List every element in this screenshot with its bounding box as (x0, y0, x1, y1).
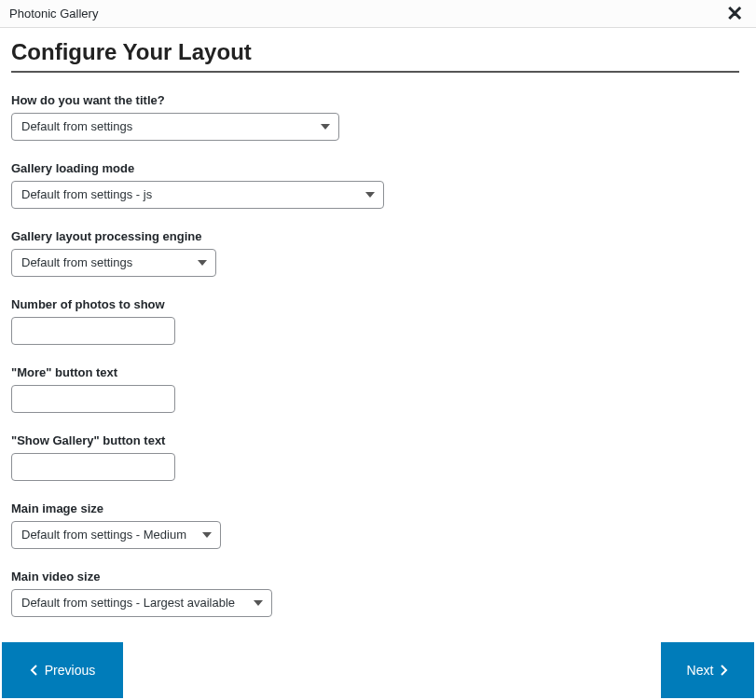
previous-label: Previous (45, 663, 95, 678)
footer-nav: Previous Next (0, 640, 756, 700)
field-main-video-size: Main video size Default from settings - … (11, 570, 739, 617)
field-title-position: How do you want the title? Default from … (11, 93, 739, 141)
label-photo-count: Number of photos to show (11, 297, 739, 311)
modal-header: Photonic Gallery ✕ (0, 0, 756, 28)
chevron-left-icon (30, 665, 37, 676)
field-show-gallery-text: "Show Gallery" button text (11, 433, 739, 481)
field-loading-mode: Gallery loading mode Default from settin… (11, 161, 739, 209)
select-main-video-size[interactable]: Default from settings - Largest availabl… (11, 589, 272, 617)
label-title-position: How do you want the title? (11, 93, 739, 107)
input-show-gallery-text[interactable] (11, 453, 175, 481)
page-title: Configure Your Layout (11, 39, 739, 73)
next-button[interactable]: Next (661, 642, 754, 698)
field-layout-engine: Gallery layout processing engine Default… (11, 229, 739, 277)
field-main-image-size: Main image size Default from settings - … (11, 501, 739, 549)
label-more-text: "More" button text (11, 365, 739, 379)
select-wrap: Default from settings - Medium (11, 521, 221, 549)
select-main-image-size[interactable]: Default from settings - Medium (11, 521, 221, 549)
label-show-gallery-text: "Show Gallery" button text (11, 433, 739, 447)
field-tile-size: Tile size Default from settings - Medium (11, 638, 739, 640)
close-button[interactable]: ✕ (722, 4, 747, 24)
select-wrap: Default from settings (11, 113, 339, 141)
input-photo-count[interactable] (11, 317, 175, 345)
scroll-area[interactable]: Configure Your Layout How do you want th… (0, 28, 756, 640)
select-layout-engine[interactable]: Default from settings (11, 249, 216, 277)
modal-title: Photonic Gallery (9, 7, 98, 21)
label-loading-mode: Gallery loading mode (11, 161, 739, 175)
input-more-text[interactable] (11, 385, 175, 413)
next-label: Next (687, 663, 714, 678)
select-wrap: Default from settings - Largest availabl… (11, 589, 272, 617)
close-icon: ✕ (726, 2, 743, 25)
label-layout-engine: Gallery layout processing engine (11, 229, 739, 243)
field-photo-count: Number of photos to show (11, 297, 739, 345)
select-wrap: Default from settings - js (11, 181, 384, 209)
label-main-video-size: Main video size (11, 570, 739, 583)
label-main-image-size: Main image size (11, 501, 739, 515)
select-loading-mode[interactable]: Default from settings - js (11, 181, 384, 209)
form-content: Configure Your Layout How do you want th… (0, 28, 756, 640)
select-wrap: Default from settings (11, 249, 216, 277)
select-title-position[interactable]: Default from settings (11, 113, 339, 141)
modal-dialog: Photonic Gallery ✕ Configure Your Layout… (0, 0, 756, 700)
field-more-text: "More" button text (11, 365, 739, 413)
chevron-right-icon (721, 665, 728, 676)
previous-button[interactable]: Previous (2, 642, 123, 698)
label-tile-size: Tile size (11, 638, 739, 640)
